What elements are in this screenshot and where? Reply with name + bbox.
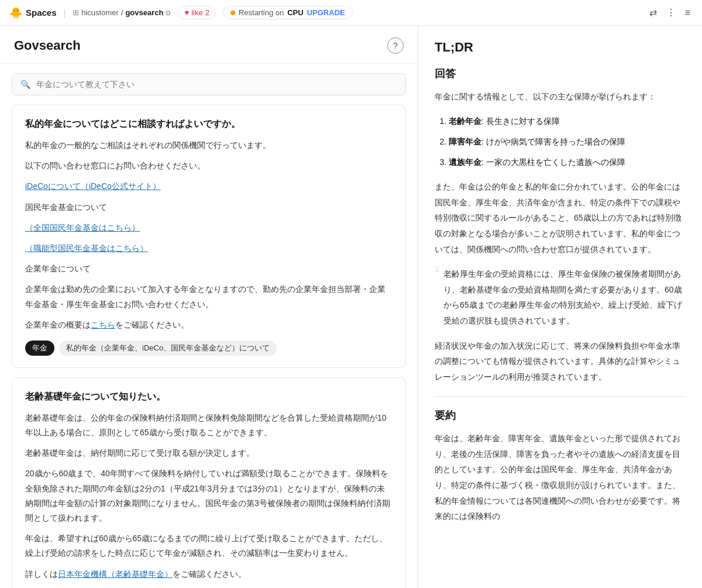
nenkin-kiko-link[interactable]: 日本年金機構（老齢基礎年金） <box>58 569 173 579</box>
like-label: like <box>191 8 203 17</box>
topbar-right-actions: ⇄ ⋮ ≡ <box>647 5 693 20</box>
list-term-3: 遺族年金 <box>449 157 481 167</box>
result-card-2: 老齢基礎年金について知りたい。 老齢基礎年金は、公的年金の保険料納付済期間と保険… <box>12 377 406 588</box>
list-item-1: 老齢年金: 長生きに対する保障 <box>449 114 686 129</box>
answer-list: 老齢年金: 長生きに対する保障 障害年金: けがや病気で障害を持った場合の保障 … <box>435 114 686 170</box>
like-button[interactable]: ♥ like 2 <box>178 6 215 19</box>
more-options-button[interactable]: ⋮ <box>664 5 678 20</box>
section-divider <box>435 396 686 397</box>
spaces-nav[interactable]: 🐥 Spaces <box>9 6 57 19</box>
tag-nenkin[interactable]: 年金 <box>25 341 54 356</box>
path-prefix[interactable]: hicustomer <box>81 8 119 17</box>
copy-icon[interactable]: ⧉ <box>166 9 171 17</box>
result-body-kigyo-link: 企業年金の概要はこちらをご確認ください。 <box>25 318 393 332</box>
tags-row-1: 年金 私的年金（企業年金、iDeCo、国民年金基金など）について <box>25 341 393 356</box>
restart-upgrade-label: UPGRADE <box>307 8 345 17</box>
list-term-1: 老齢年金 <box>449 116 481 126</box>
list-desc-2: : けがや病気で障害を持った場合の保障 <box>481 137 625 146</box>
result-text-kokumin: 国民年金基金について <box>25 200 393 215</box>
restart-dot-icon <box>230 11 235 15</box>
summary-title: 要約 <box>435 408 686 422</box>
right-panel: TL;DR 回答 年金に関する情報として、以下の主な保障が挙げられます： 老齢年… <box>418 26 702 588</box>
restart-label-pre: Restarting on <box>239 8 284 17</box>
result-body-line1: 私的年金の一般的なご相談はそれぞれの関係機関で行っています。 <box>25 138 393 153</box>
result-link-ideco[interactable]: iDeCoについて（iDeCo公式サイト） <box>25 179 393 194</box>
summary-text: 年金は、老齢年金、障害年金、遺族年金といった形で提供されており、老後の生活保障、… <box>435 431 686 524</box>
list-desc-3: : 一家の大黒柱を亡くした遺族への保障 <box>481 157 625 167</box>
result-body-line2: 以下の問い合わせ窓口にお問い合わせください。 <box>25 159 393 173</box>
restart-cpu-label: CPU <box>287 8 303 17</box>
kochira-link[interactable]: こちら <box>91 320 115 329</box>
result-body-kigyo-detail: 企業年金は勤め先の企業において加入する年金となりますので、勤め先の企業年金担当部… <box>25 282 393 311</box>
left-panel: Govsearch ? 🔍 私的年金についてはどこに相談すればよいですか。 私的… <box>0 26 418 588</box>
right-panel-title: TL;DR <box>435 40 686 55</box>
result-title-2: 老齢基礎年金について知りたい。 <box>25 390 393 404</box>
results-container: 私的年金についてはどこに相談すればよいですか。 私的年金の一般的なご相談はそれぞ… <box>0 105 418 588</box>
list-item-2: 障害年金: けがや病気で障害を持った場合の保障 <box>449 135 686 149</box>
answer-paragraph-3: 経済状況や年金の加入状況に応じて、将来の保険料負担や年金水準の調整についても情報… <box>435 338 686 385</box>
like-count: 2 <box>205 8 209 17</box>
view-toggle-button[interactable]: ⇄ <box>647 5 659 20</box>
topbar: 🐥 Spaces | ⊞ hicustomer / govsearch ⧉ ♥ … <box>0 0 702 26</box>
list-term-2: 障害年金 <box>449 137 481 146</box>
path-sep: / <box>121 8 123 17</box>
spaces-emoji: 🐥 <box>9 6 22 19</box>
restart-badge: Restarting on CPU UPGRADE <box>223 6 353 19</box>
drag-handle-icon: ⠿ <box>435 266 440 274</box>
summary-section: 要約 年金は、老齢年金、障害年金、遺族年金といった形で提供されており、老後の生活… <box>435 408 686 524</box>
hicustomer-icon: ⊞ <box>73 8 79 17</box>
result-link-shokuno[interactable]: （職能型国民年金基金はこちら） <box>25 241 393 256</box>
help-button[interactable]: ? <box>387 37 404 54</box>
main-layout: Govsearch ? 🔍 私的年金についてはどこに相談すればよいですか。 私的… <box>0 26 702 588</box>
result-body-2-line2: 老齢基礎年金は、納付期間に応じて受け取る額が決定します。 <box>25 446 393 460</box>
search-container: 🔍 <box>0 64 418 105</box>
path-name[interactable]: govsearch <box>125 8 163 17</box>
result-card-1: 私的年金についてはどこに相談すればよいですか。 私的年金の一般的なご相談はそれぞ… <box>12 105 406 368</box>
result-body-1: 私的年金の一般的なご相談はそれぞれの関係機関で行っています。 以下の問い合わせ窓… <box>25 138 393 332</box>
answer-paragraph-1: また、年金は公的年金と私的年金に分かれています。公的年金には国民年金、厚生年金、… <box>435 179 686 257</box>
answer-paragraph-2: 老齢厚生年金の受給資格には、厚生年金保険の被保険者期間があり、老齢基礎年金の受給… <box>443 266 686 328</box>
tag-shiteki[interactable]: 私的年金（企業年金、iDeCo、国民年金基金など）について <box>59 341 277 356</box>
app-title: Govsearch <box>14 38 81 53</box>
result-text-kigyo: 企業年金について <box>25 262 393 276</box>
search-input[interactable] <box>36 80 397 89</box>
answer-intro: 年金に関する情報として、以下の主な保障が挙げられます： <box>435 89 686 105</box>
result-body-2-text: 老齢基礎年金は、公的年金の保険料納付済期間と保険料免除期間などを合算した受給資格… <box>25 411 393 440</box>
heart-icon: ♥ <box>184 8 189 17</box>
list-desc-1: : 長生きに対する保障 <box>481 116 560 126</box>
topbar-path: ⊞ hicustomer / govsearch ⧉ <box>73 8 171 17</box>
left-header: Govsearch ? <box>0 26 418 64</box>
hamburger-menu-button[interactable]: ≡ <box>683 5 693 20</box>
search-icon: 🔍 <box>20 80 30 89</box>
answer-section-title: 回答 <box>435 67 686 81</box>
search-bar[interactable]: 🔍 <box>12 73 406 95</box>
answer-block-2: ⠿ 老齢厚生年金の受給資格には、厚生年金保険の被保険者期間があり、老齢基礎年金の… <box>435 266 686 328</box>
result-body-2: 老齢基礎年金は、公的年金の保険料納付済期間と保険料免除期間などを合算した受給資格… <box>25 411 393 582</box>
result-title-1: 私的年金についてはどこに相談すればよいですか。 <box>25 117 393 131</box>
topbar-divider1: | <box>64 8 66 18</box>
result-body-2-line4: 年金は、希望すれば60歳から65歳になるまでの間に繰り上げて受け取ることができま… <box>25 531 393 561</box>
list-item-3: 遺族年金: 一家の大黒柱を亡くした遺族への保障 <box>449 155 686 170</box>
result-body-2-link-row: 詳しくは日本年金機構（老齢基礎年金）をご確認ください。 <box>25 567 393 582</box>
result-body-2-line3: 20歳から60歳まで、40年間すべて保険料を納付していれば満額受け取ることができ… <box>25 466 393 525</box>
result-link-zenkoku[interactable]: （全国国民年金基金はこちら） <box>25 221 393 235</box>
spaces-label[interactable]: Spaces <box>26 8 57 18</box>
